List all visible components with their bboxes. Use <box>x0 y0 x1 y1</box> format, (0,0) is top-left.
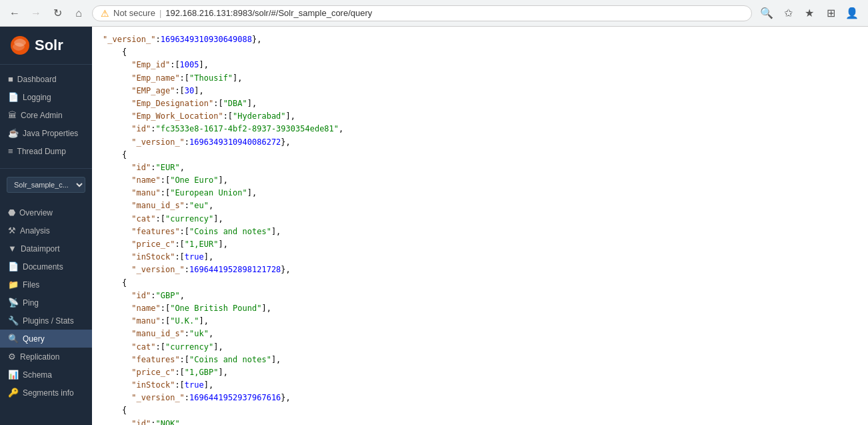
reload-button[interactable]: ↻ <box>49 5 65 21</box>
plugins-icon: 🔧 <box>8 316 19 326</box>
sidebar-label-files: Files <box>23 280 39 290</box>
sidebar-label-replication: Replication <box>20 352 59 362</box>
json-output: "_version_":1696349310930649088}, { "Emp… <box>103 33 857 425</box>
java-icon: ☕ <box>8 128 19 138</box>
sidebar-item-thread-dump[interactable]: ≡ Thread Dump <box>0 142 92 160</box>
sidebar-label-plugins-stats: Plugins / Stats <box>23 316 74 326</box>
grid-button[interactable]: ⊞ <box>821 4 840 23</box>
files-icon: 📁 <box>8 280 19 290</box>
sidebar-item-core-admin[interactable]: 🏛 Core Admin <box>0 106 92 124</box>
sidebar-item-schema[interactable]: 📊 Schema <box>0 366 92 384</box>
sidebar: Solr ■ Dashboard 📄 Logging 🏛 Core Admin … <box>0 27 92 425</box>
sidebar-item-plugins-stats[interactable]: 🔧 Plugins / Stats <box>0 312 92 330</box>
sidebar-item-replication[interactable]: ⚙ Replication <box>0 348 92 366</box>
sidebar-item-ping[interactable]: 📡 Ping <box>0 294 92 312</box>
sidebar-label-analysis: Analysis <box>20 226 50 236</box>
dashboard-icon: ■ <box>8 74 13 84</box>
profile-button[interactable]: 👤 <box>843 4 861 23</box>
zoom-button[interactable]: 🔍 <box>757 4 776 23</box>
sidebar-item-files[interactable]: 📁 Files <box>0 276 92 294</box>
core-admin-icon: 🏛 <box>8 110 17 120</box>
sidebar-item-dataimport[interactable]: ▼ Dataimport <box>0 240 92 258</box>
sidebar-item-overview[interactable]: ⬣ Overview <box>0 203 92 222</box>
main-layout: Solr ■ Dashboard 📄 Logging 🏛 Core Admin … <box>0 27 868 425</box>
sidebar-label-query: Query <box>23 334 45 344</box>
documents-icon: 📄 <box>8 262 19 272</box>
url-text: 192.168.216.131:8983/solr/#/Solr_sample_… <box>165 8 372 18</box>
solr-logo-icon <box>9 35 31 56</box>
sidebar-logo: Solr <box>0 27 92 65</box>
browser-chrome: ← → ↻ ⌂ ⚠ Not secure | 192.168.216.131:8… <box>0 0 868 27</box>
sidebar-item-logging[interactable]: 📄 Logging <box>0 88 92 106</box>
sidebar-label-documents: Documents <box>23 262 63 272</box>
query-icon: 🔍 <box>8 334 19 344</box>
sidebar-item-documents[interactable]: 📄 Documents <box>0 258 92 276</box>
sidebar-label-dashboard: Dashboard <box>17 75 57 84</box>
sidebar-divider <box>0 168 92 169</box>
dataimport-icon: ▼ <box>8 244 17 254</box>
solr-logo-text: Solr <box>35 37 63 54</box>
sidebar-item-query[interactable]: 🔍 Query <box>0 330 92 348</box>
replication-icon: ⚙ <box>8 352 16 362</box>
sidebar-label-logging: Logging <box>23 93 51 102</box>
sidebar-item-java-properties[interactable]: ☕ Java Properties <box>0 124 92 142</box>
sidebar-item-analysis[interactable]: ⚒ Analysis <box>0 222 92 240</box>
schema-icon: 📊 <box>8 370 19 380</box>
sidebar-label-core-admin: Core Admin <box>21 111 63 120</box>
core-selector[interactable]: Solr_sample_c... <box>7 177 85 193</box>
sidebar-global-nav: ■ Dashboard 📄 Logging 🏛 Core Admin ☕ Jav… <box>0 65 92 165</box>
not-secure-text: Not secure <box>113 8 155 18</box>
bookmark-star-button[interactable]: ✩ <box>779 4 797 23</box>
thread-dump-icon: ≡ <box>8 146 13 156</box>
address-bar: ⚠ Not secure | 192.168.216.131:8983/solr… <box>92 5 752 21</box>
sidebar-label-dataimport: Dataimport <box>21 244 60 254</box>
browser-icons: 🔍 ✩ ★ ⊞ 👤 <box>757 4 861 23</box>
sidebar-label-java-properties: Java Properties <box>23 129 78 138</box>
analysis-icon: ⚒ <box>8 226 16 236</box>
sidebar-label-overview: Overview <box>19 208 53 218</box>
sidebar-item-segments-info[interactable]: 🔑 Segments info <box>0 384 92 402</box>
overview-icon: ⬣ <box>8 207 15 218</box>
content-area: "_version_":1696349310930649088}, { "Emp… <box>92 27 868 425</box>
ping-icon: 📡 <box>8 298 19 308</box>
sidebar-label-schema: Schema <box>23 370 52 380</box>
sidebar-label-segments-info: Segments info <box>23 388 74 398</box>
separator: | <box>159 8 161 18</box>
sidebar-label-thread-dump: Thread Dump <box>17 147 66 156</box>
home-button[interactable]: ⌂ <box>71 5 87 21</box>
sidebar-label-ping: Ping <box>23 298 39 308</box>
segments-icon: 🔑 <box>8 388 19 398</box>
bookmarks-button[interactable]: ★ <box>800 4 819 23</box>
warning-icon: ⚠ <box>101 8 109 19</box>
logging-icon: 📄 <box>8 92 19 102</box>
back-button[interactable]: ← <box>7 5 23 21</box>
sidebar-item-dashboard[interactable]: ■ Dashboard <box>0 70 92 88</box>
forward-button[interactable]: → <box>28 5 44 21</box>
sidebar-core-nav: ⬣ Overview ⚒ Analysis ▼ Dataimport 📄 Doc… <box>0 198 92 407</box>
core-select-dropdown[interactable]: Solr_sample_c... <box>7 177 85 193</box>
